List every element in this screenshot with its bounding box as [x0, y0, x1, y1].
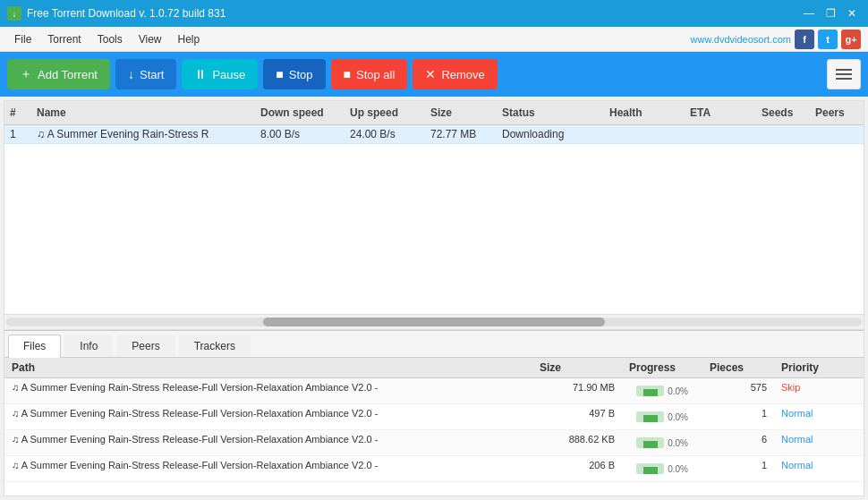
- file-progress: 0.0%: [622, 378, 702, 403]
- stop-button[interactable]: ■ Stop: [263, 59, 325, 89]
- col-peers[interactable]: Peers: [810, 105, 864, 121]
- progress-fill: [643, 415, 658, 422]
- col-status[interactable]: Status: [497, 105, 604, 121]
- hamburger-menu-button[interactable]: [827, 59, 861, 89]
- progress-text: 0.0%: [668, 464, 688, 474]
- row-name: ♫ A Summer Evening Rain-Stress R: [31, 125, 255, 143]
- stop-all-icon: ■: [344, 67, 351, 81]
- progress-bar: [636, 411, 664, 422]
- file-size: 206 B: [532, 456, 622, 481]
- file-size: 888.62 KB: [532, 430, 622, 455]
- col-size[interactable]: Size: [425, 105, 497, 121]
- files-table-row[interactable]: ♫ A Summer Evening Rain-Stress Release-F…: [4, 378, 864, 404]
- file-progress: 0.0%: [622, 404, 702, 429]
- facebook-button[interactable]: f: [795, 30, 814, 49]
- tab-bar: Files Info Peers Trackers: [4, 331, 864, 358]
- file-size: 71.90 MB: [532, 378, 622, 403]
- files-col-size[interactable]: Size: [532, 358, 622, 377]
- torrent-empty-space: [4, 144, 864, 314]
- menu-torrent[interactable]: Torrent: [40, 30, 88, 48]
- remove-button[interactable]: ✕ Remove: [413, 59, 497, 89]
- toolbar: ＋ Add Torrent ↓ Start ⏸ Pause ■ Stop ■ S…: [0, 52, 868, 97]
- torrent-table: # Name Down speed Up speed Size Status H…: [4, 101, 864, 330]
- app-title: Free Torrent Download v. 1.0.72 build 83…: [27, 7, 226, 20]
- row-health: [604, 131, 685, 137]
- file-path: ♫ A Summer Evening Rain-Stress Release-F…: [4, 378, 532, 403]
- menu-right: www.dvdvideosort.com f t g+: [691, 30, 862, 49]
- restore-button[interactable]: ❐: [821, 5, 839, 21]
- file-path: ♫ A Summer Evening Rain-Stress Release-F…: [4, 404, 532, 429]
- table-row[interactable]: 1 ♫ A Summer Evening Rain-Stress R 8.00 …: [4, 125, 864, 144]
- scroll-track: [6, 318, 862, 326]
- file-pieces: 6: [702, 430, 774, 455]
- col-seeds[interactable]: Seeds: [756, 105, 810, 121]
- files-col-path[interactable]: Path: [4, 358, 532, 377]
- files-table-row[interactable]: ♫ A Summer Evening Rain-Stress Release-F…: [4, 456, 864, 482]
- col-num[interactable]: #: [4, 105, 31, 121]
- files-col-pieces[interactable]: Pieces: [702, 358, 774, 377]
- menu-bar: File Torrent Tools View Help www.dvdvide…: [0, 27, 868, 52]
- add-icon: ＋: [20, 66, 32, 82]
- col-health[interactable]: Health: [604, 105, 685, 121]
- progress-text: 0.0%: [668, 438, 688, 448]
- file-pieces: 575: [702, 378, 774, 403]
- file-path: ♫ A Summer Evening Rain-Stress Release-F…: [4, 456, 532, 481]
- scroll-thumb: [263, 318, 605, 326]
- add-torrent-button[interactable]: ＋ Add Torrent: [7, 59, 110, 89]
- files-col-priority[interactable]: Priority: [774, 358, 864, 377]
- file-priority: Normal: [774, 430, 864, 455]
- row-down-speed: 8.00 B/s: [255, 125, 345, 143]
- close-button[interactable]: ✕: [843, 5, 861, 21]
- row-seeds: [756, 131, 810, 137]
- row-size: 72.77 MB: [425, 125, 497, 143]
- progress-bar: [636, 437, 664, 448]
- col-name[interactable]: Name: [31, 105, 255, 121]
- horizontal-scrollbar[interactable]: [4, 314, 864, 330]
- file-progress: 0.0%: [622, 430, 702, 455]
- pause-icon: ⏸: [194, 67, 207, 81]
- file-size: 497 B: [532, 404, 622, 429]
- progress-fill: [643, 441, 658, 448]
- dvd-link[interactable]: www.dvdvideosort.com: [691, 34, 792, 45]
- file-pieces: 1: [702, 404, 774, 429]
- start-button[interactable]: ↓ Start: [115, 59, 176, 89]
- stop-all-button[interactable]: ■ Stop all: [331, 59, 408, 89]
- pause-button[interactable]: ⏸ Pause: [182, 59, 258, 89]
- twitter-button[interactable]: t: [818, 30, 838, 49]
- files-col-progress[interactable]: Progress: [622, 358, 702, 377]
- remove-icon: ✕: [425, 67, 436, 81]
- col-up-speed[interactable]: Up speed: [345, 105, 425, 121]
- row-status: Downloading: [497, 125, 604, 143]
- files-rows: ♫ A Summer Evening Rain-Stress Release-F…: [4, 378, 864, 482]
- minimize-button[interactable]: —: [800, 5, 818, 21]
- row-num: 1: [4, 125, 31, 143]
- file-priority: Skip: [774, 378, 864, 403]
- col-down-speed[interactable]: Down speed: [255, 105, 345, 121]
- menu-view[interactable]: View: [132, 30, 169, 48]
- torrent-table-header: # Name Down speed Up speed Size Status H…: [4, 101, 864, 125]
- title-bar: ↓ Free Torrent Download v. 1.0.72 build …: [0, 0, 868, 27]
- window-controls: — ❐ ✕: [800, 5, 861, 21]
- stop-icon: ■: [276, 67, 283, 81]
- menu-help[interactable]: Help: [171, 30, 208, 48]
- files-table-row[interactable]: ♫ A Summer Evening Rain-Stress Release-F…: [4, 404, 864, 430]
- files-table-row[interactable]: ♫ A Summer Evening Rain-Stress Release-F…: [4, 430, 864, 456]
- row-peers: [810, 131, 864, 137]
- files-table-header: Path Size Progress Pieces Priority: [4, 358, 864, 378]
- file-priority: Normal: [774, 404, 864, 429]
- file-path: ♫ A Summer Evening Rain-Stress Release-F…: [4, 430, 532, 455]
- row-up-speed: 24.00 B/s: [345, 125, 425, 143]
- tab-files[interactable]: Files: [8, 335, 61, 358]
- googleplus-button[interactable]: g+: [841, 30, 861, 49]
- torrent-rows: 1 ♫ A Summer Evening Rain-Stress R 8.00 …: [4, 125, 864, 144]
- menu-file[interactable]: File: [7, 30, 38, 48]
- tab-peers[interactable]: Peers: [116, 335, 174, 357]
- tab-info[interactable]: Info: [64, 335, 113, 357]
- col-eta[interactable]: ETA: [685, 105, 756, 121]
- menu-tools[interactable]: Tools: [90, 30, 130, 48]
- progress-fill: [643, 467, 658, 474]
- progress-fill: [643, 389, 658, 396]
- tab-trackers[interactable]: Trackers: [179, 335, 251, 357]
- bottom-panel: Files Info Peers Trackers Path Size Prog…: [4, 330, 864, 496]
- file-pieces: 1: [702, 456, 774, 481]
